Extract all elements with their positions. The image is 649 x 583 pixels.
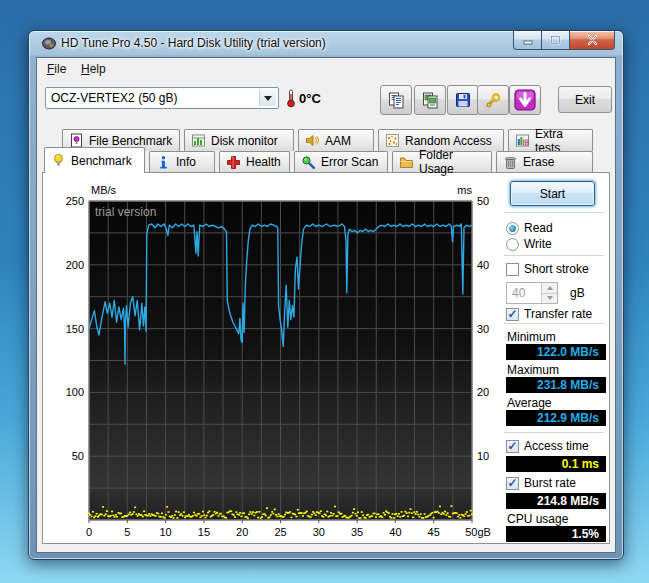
access-time-row[interactable]: ✓ Access time bbox=[506, 439, 589, 453]
separator bbox=[504, 323, 604, 325]
svg-text:150: 150 bbox=[66, 323, 84, 335]
tab-label: File Benchmark bbox=[89, 134, 172, 148]
tab-benchmark[interactable]: Benchmark bbox=[44, 147, 145, 173]
separator bbox=[504, 212, 604, 214]
read-radio[interactable] bbox=[506, 222, 519, 235]
tab-error-scan[interactable]: Error Scan bbox=[294, 151, 388, 172]
cpu-usage-label: CPU usage bbox=[507, 512, 568, 526]
write-radio-label: Write bbox=[524, 237, 552, 251]
chevron-down-icon[interactable] bbox=[259, 90, 276, 106]
random-access-icon bbox=[385, 133, 400, 148]
maximize-button[interactable] bbox=[542, 31, 570, 50]
update-button[interactable] bbox=[509, 85, 541, 115]
maximum-value: 231.8 MB/s bbox=[506, 377, 606, 393]
hdtune-logo-icon bbox=[41, 35, 57, 51]
spinner-down[interactable] bbox=[542, 294, 557, 304]
burst-rate-row[interactable]: ✓ Burst rate bbox=[506, 476, 576, 490]
start-button[interactable]: Start bbox=[510, 181, 595, 206]
window-controls bbox=[513, 31, 615, 50]
average-label: Average bbox=[507, 396, 551, 410]
svg-text:ms: ms bbox=[457, 184, 472, 196]
minimize-button[interactable] bbox=[513, 31, 542, 50]
menu-help[interactable]: Help bbox=[77, 61, 110, 77]
save-icon bbox=[455, 92, 471, 108]
save-button[interactable] bbox=[447, 85, 479, 115]
cpu-usage-value: 1.5% bbox=[506, 526, 606, 542]
separator bbox=[504, 255, 604, 257]
tab-label: Health bbox=[246, 155, 281, 169]
average-value: 212.9 MB/s bbox=[506, 410, 606, 426]
temperature-value: 0°C bbox=[299, 91, 321, 106]
tab-folder-usage[interactable]: Folder Usage bbox=[392, 151, 492, 172]
thermometer-icon bbox=[285, 88, 297, 108]
copy-image-button[interactable] bbox=[414, 85, 446, 115]
options-button[interactable] bbox=[477, 85, 509, 115]
svg-text:200: 200 bbox=[66, 259, 84, 271]
separator bbox=[504, 432, 604, 434]
write-radio[interactable] bbox=[506, 238, 519, 251]
spinner-arrows[interactable] bbox=[541, 283, 557, 303]
benchmark-tab-sheet: MB/sms5010015020025010203040500510152025… bbox=[42, 172, 610, 544]
svg-text:20: 20 bbox=[477, 386, 489, 398]
drive-select[interactable]: OCZ-VERTEX2 (50 gB) bbox=[45, 87, 279, 109]
transfer-rate-row[interactable]: ✓ Transfer rate bbox=[506, 307, 592, 321]
burst-rate-value: 214.8 MB/s bbox=[506, 493, 606, 509]
spinner-up[interactable] bbox=[542, 283, 557, 294]
access-time-checkbox[interactable]: ✓ bbox=[506, 440, 519, 453]
window-title: HD Tune Pro 4.50 - Hard Disk Utility (tr… bbox=[61, 36, 326, 50]
svg-text:100: 100 bbox=[66, 386, 84, 398]
tab-label: Folder Usage bbox=[419, 148, 485, 176]
short-stroke-row[interactable]: Short stroke bbox=[506, 262, 589, 276]
svg-text:5: 5 bbox=[124, 526, 130, 538]
tab-extra-tests[interactable]: Extra tests bbox=[508, 129, 593, 151]
svg-text:250: 250 bbox=[66, 195, 84, 207]
tab-health[interactable]: Health bbox=[219, 151, 290, 172]
transfer-rate-checkbox[interactable]: ✓ bbox=[506, 308, 519, 321]
close-button[interactable] bbox=[570, 31, 615, 50]
minimum-label: Minimum bbox=[507, 330, 556, 344]
svg-text:15: 15 bbox=[198, 526, 210, 538]
magnifier-icon bbox=[301, 155, 316, 170]
svg-text:trial version: trial version bbox=[95, 205, 156, 219]
exit-button[interactable]: Exit bbox=[558, 86, 612, 113]
speaker-icon bbox=[305, 133, 320, 148]
copy-text-icon bbox=[388, 92, 405, 109]
tab-aam[interactable]: AAM bbox=[298, 129, 374, 151]
copy-image-icon bbox=[422, 92, 439, 109]
svg-text:50: 50 bbox=[72, 450, 84, 462]
tab-erase[interactable]: Erase bbox=[496, 151, 593, 172]
menu-bar: File Help bbox=[37, 58, 615, 80]
info-icon bbox=[156, 155, 171, 170]
health-cross-icon bbox=[226, 155, 241, 170]
svg-text:10: 10 bbox=[159, 526, 171, 538]
access-time-label: Access time bbox=[524, 439, 589, 453]
extra-tests-icon bbox=[515, 133, 530, 148]
write-radio-row[interactable]: Write bbox=[506, 237, 552, 251]
short-stroke-checkbox[interactable] bbox=[506, 263, 519, 276]
disk-monitor-icon bbox=[191, 133, 206, 148]
burst-rate-checkbox[interactable]: ✓ bbox=[506, 477, 519, 490]
title-bar[interactable]: HD Tune Pro 4.50 - Hard Disk Utility (tr… bbox=[29, 31, 623, 55]
drive-select-value: OCZ-VERTEX2 (50 gB) bbox=[51, 91, 177, 105]
tab-label: Random Access bbox=[405, 134, 492, 148]
svg-text:45: 45 bbox=[428, 526, 440, 538]
maximum-label: Maximum bbox=[507, 363, 559, 377]
svg-text:35: 35 bbox=[351, 526, 363, 538]
svg-text:40: 40 bbox=[477, 259, 489, 271]
read-radio-row[interactable]: Read bbox=[506, 221, 553, 235]
short-stroke-spinner[interactable]: 40 bbox=[506, 282, 558, 304]
menu-file[interactable]: File bbox=[43, 61, 70, 77]
client-area: File Help OCZ-VERTEX2 (50 gB) 0°C bbox=[36, 57, 616, 553]
benchmark-control-panel: Start Read Write Short stroke 40 bbox=[498, 173, 610, 543]
exit-button-label: Exit bbox=[575, 93, 595, 107]
tab-info[interactable]: Info bbox=[149, 151, 215, 172]
tab-label: AAM bbox=[325, 134, 351, 148]
app-window: HD Tune Pro 4.50 - Hard Disk Utility (tr… bbox=[28, 30, 624, 560]
copy-text-button[interactable] bbox=[380, 85, 412, 115]
tab-disk-monitor[interactable]: Disk monitor bbox=[184, 129, 294, 151]
trash-icon bbox=[503, 155, 518, 170]
benchmark-chart: MB/sms5010015020025010203040500510152025… bbox=[46, 177, 498, 539]
access-time-value: 0.1 ms bbox=[506, 456, 606, 472]
update-download-icon bbox=[514, 89, 536, 111]
tab-label: Info bbox=[176, 155, 196, 169]
